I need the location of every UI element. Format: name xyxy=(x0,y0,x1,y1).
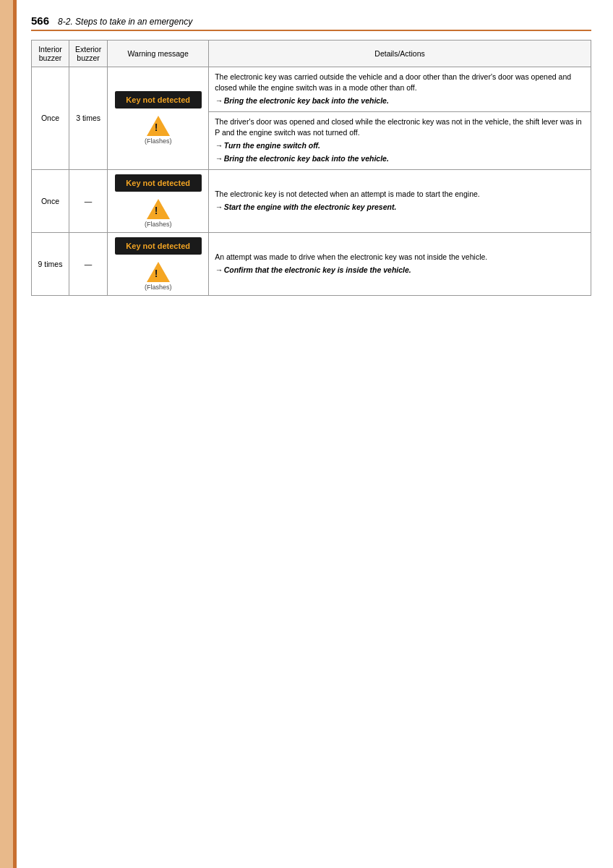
action-line-1a: Bring the electronic key back into the v… xyxy=(215,95,585,106)
triangle-shape-2 xyxy=(147,199,170,219)
col-header-interior: Interiorbuzzer xyxy=(32,41,69,67)
action-line-1c: Bring the electronic key back into the v… xyxy=(215,153,585,164)
table-row: Once — Key not detected (Flashes) xyxy=(32,169,591,232)
warning-triangle-icon-3 xyxy=(147,262,170,282)
detail-cell-1a: The electronic key was carried outside t… xyxy=(209,67,591,112)
warning-cell-inner-1: Key not detected (Flashes) xyxy=(113,91,202,145)
warning-triangle-icon-1 xyxy=(147,116,170,136)
warning-icon-container-1: (Flashes) xyxy=(145,116,172,145)
action-line-3: Confirm that the electronic key is insid… xyxy=(215,265,585,276)
main-table: Interiorbuzzer Exteriorbuzzer Warning me… xyxy=(31,40,591,296)
flashes-label-2: (Flashes) xyxy=(145,221,172,228)
warning-message-cell-2: Key not detected (Flashes) xyxy=(108,169,209,232)
left-decoration-bar xyxy=(0,0,13,868)
action-line-1b: Turn the engine switch off. xyxy=(215,140,585,151)
section-title: 8-2. Steps to take in an emergency xyxy=(58,17,192,27)
detail-cell-3: An attempt was made to drive when the el… xyxy=(209,232,591,295)
warning-icon-container-3: (Flashes) xyxy=(145,262,172,291)
triangle-shape-1 xyxy=(147,116,170,136)
table-row: 9 times — Key not detected (Flash xyxy=(32,232,591,295)
exterior-buzzer-cell-2: — xyxy=(69,169,108,232)
triangle-shape-3 xyxy=(147,262,170,282)
col-header-exterior: Exteriorbuzzer xyxy=(69,41,108,67)
exterior-buzzer-cell-3: — xyxy=(69,232,108,295)
table-row: Once 3 times Key not detected (Fl xyxy=(32,67,591,112)
warning-message-cell-3: Key not detected (Flashes) xyxy=(108,232,209,295)
page-number: 566 xyxy=(31,14,49,27)
key-not-detected-badge-3: Key not detected xyxy=(115,237,202,255)
warning-triangle-icon-2 xyxy=(147,199,170,219)
content-area: 566 8-2. Steps to take in an emergency I… xyxy=(17,0,613,868)
detail-cell-1b: The driver's door was opened and closed … xyxy=(209,111,591,169)
warning-cell-inner-3: Key not detected (Flashes) xyxy=(113,237,202,291)
page-header: 566 8-2. Steps to take in an emergency xyxy=(31,14,591,31)
flashes-label-1: (Flashes) xyxy=(145,137,172,145)
warning-cell-inner-2: Key not detected (Flashes) xyxy=(113,174,202,228)
interior-buzzer-cell-1: Once xyxy=(32,67,69,170)
warning-message-cell-1: Key not detected (Flashes) xyxy=(108,67,209,170)
page-container: 566 8-2. Steps to take in an emergency I… xyxy=(0,0,613,868)
col-header-details: Details/Actions xyxy=(209,41,591,67)
key-not-detected-badge-2: Key not detected xyxy=(115,174,202,192)
interior-buzzer-cell-3: 9 times xyxy=(32,232,69,295)
warning-icon-container-2: (Flashes) xyxy=(145,199,172,228)
col-header-warning: Warning message xyxy=(108,41,209,67)
interior-buzzer-cell-2: Once xyxy=(32,169,69,232)
exterior-buzzer-cell-1: 3 times xyxy=(69,67,108,170)
action-line-2: Start the engine with the electronic key… xyxy=(215,202,585,213)
key-not-detected-badge-1: Key not detected xyxy=(115,91,202,109)
detail-cell-2: The electronic key is not detected when … xyxy=(209,169,591,232)
flashes-label-3: (Flashes) xyxy=(145,284,172,291)
